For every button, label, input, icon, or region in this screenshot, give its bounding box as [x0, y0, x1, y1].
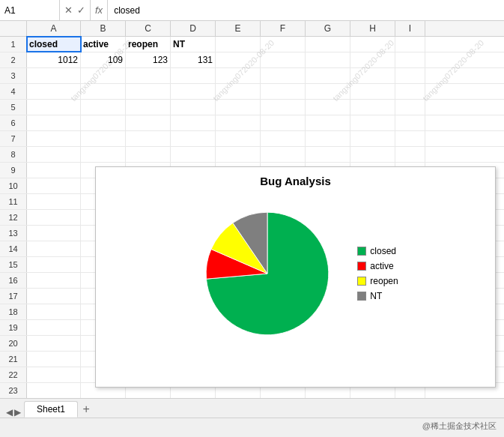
cell[interactable]: [27, 210, 81, 225]
cell[interactable]: [81, 100, 126, 115]
cell[interactable]: [27, 194, 81, 209]
cell[interactable]: [350, 68, 395, 83]
cell[interactable]: [126, 84, 171, 99]
cell[interactable]: active: [81, 37, 126, 52]
cell[interactable]: [126, 115, 171, 130]
cell[interactable]: NT: [171, 37, 216, 52]
cell[interactable]: closed: [27, 37, 81, 52]
cell[interactable]: [27, 115, 81, 130]
chart-container[interactable]: Bug Analysis closedactivereopenNT: [95, 166, 496, 388]
row-header: 21: [0, 352, 27, 367]
cell[interactable]: [216, 84, 261, 99]
cell[interactable]: [216, 131, 261, 146]
cell[interactable]: [27, 131, 81, 146]
cell[interactable]: [306, 68, 350, 83]
cell[interactable]: [27, 178, 81, 193]
cell[interactable]: [216, 100, 261, 115]
cell[interactable]: [261, 131, 306, 146]
cell[interactable]: [27, 68, 81, 83]
cell[interactable]: [350, 147, 395, 162]
cell[interactable]: [126, 131, 171, 146]
cell[interactable]: [81, 147, 126, 162]
chart-body: closedactivereopenNT: [96, 191, 495, 356]
legend-item-closed: closed: [357, 246, 398, 256]
cancel-icon[interactable]: ✕: [64, 4, 73, 16]
cell[interactable]: 123: [126, 52, 171, 67]
cell[interactable]: [27, 336, 81, 351]
cell[interactable]: [27, 273, 81, 288]
cell[interactable]: [306, 84, 350, 99]
cell[interactable]: [350, 115, 395, 130]
cell[interactable]: [81, 115, 126, 130]
cell[interactable]: [261, 68, 306, 83]
cell[interactable]: [216, 37, 261, 52]
cell[interactable]: [350, 84, 395, 99]
cell[interactable]: 109: [81, 52, 126, 67]
cell[interactable]: [306, 147, 350, 162]
cell[interactable]: [27, 289, 81, 304]
cell[interactable]: [171, 100, 216, 115]
cell[interactable]: [350, 52, 395, 67]
cell[interactable]: [395, 52, 425, 67]
cell[interactable]: [171, 115, 216, 130]
formula-input[interactable]: closed: [108, 5, 504, 16]
cell[interactable]: [27, 163, 81, 178]
cell[interactable]: [261, 37, 306, 52]
cell[interactable]: [81, 68, 126, 83]
cell[interactable]: [171, 147, 216, 162]
cell[interactable]: [126, 68, 171, 83]
cell[interactable]: [261, 147, 306, 162]
cell[interactable]: [261, 100, 306, 115]
cell[interactable]: [216, 147, 261, 162]
cell[interactable]: [171, 131, 216, 146]
cell[interactable]: [395, 131, 425, 146]
cell[interactable]: [350, 100, 395, 115]
prev-sheet-icon[interactable]: ◀: [6, 407, 13, 418]
cell[interactable]: 1012: [27, 52, 81, 67]
cell[interactable]: [27, 320, 81, 335]
cell[interactable]: [306, 37, 350, 52]
cell[interactable]: [27, 304, 81, 319]
cell[interactable]: [261, 115, 306, 130]
next-sheet-icon[interactable]: ▶: [14, 407, 21, 418]
cell[interactable]: [171, 68, 216, 83]
cell[interactable]: [81, 84, 126, 99]
cell[interactable]: [395, 37, 425, 52]
cell[interactable]: [171, 84, 216, 99]
cell[interactable]: [27, 226, 81, 241]
cell[interactable]: [306, 52, 350, 67]
cell[interactable]: [306, 115, 350, 130]
cell[interactable]: [27, 352, 81, 367]
cell[interactable]: 131: [171, 52, 216, 67]
cell[interactable]: [216, 68, 261, 83]
confirm-icon[interactable]: ✓: [77, 4, 85, 16]
col-header-c: C: [126, 21, 171, 36]
cell[interactable]: [81, 131, 126, 146]
cell[interactable]: [216, 52, 261, 67]
cell[interactable]: [306, 131, 350, 146]
cell[interactable]: [27, 383, 81, 398]
cell[interactable]: [27, 241, 81, 256]
cell[interactable]: [395, 147, 425, 162]
cell[interactable]: [27, 100, 81, 115]
cell[interactable]: [350, 131, 395, 146]
cell[interactable]: [126, 100, 171, 115]
add-sheet-button[interactable]: +: [78, 401, 94, 418]
cell[interactable]: [395, 100, 425, 115]
cell[interactable]: [395, 115, 425, 130]
name-box[interactable]: A1: [0, 0, 60, 20]
cell[interactable]: [395, 68, 425, 83]
cell[interactable]: [395, 84, 425, 99]
sheet-tab-sheet1[interactable]: Sheet1: [24, 401, 78, 418]
cell[interactable]: [27, 147, 81, 162]
cell[interactable]: reopen: [126, 37, 171, 52]
cell[interactable]: [27, 367, 81, 382]
cell[interactable]: [261, 84, 306, 99]
cell[interactable]: [126, 147, 171, 162]
cell[interactable]: [27, 84, 81, 99]
cell[interactable]: [27, 257, 81, 272]
cell[interactable]: [216, 115, 261, 130]
cell[interactable]: [261, 52, 306, 67]
cell[interactable]: [350, 37, 395, 52]
cell[interactable]: [306, 100, 350, 115]
